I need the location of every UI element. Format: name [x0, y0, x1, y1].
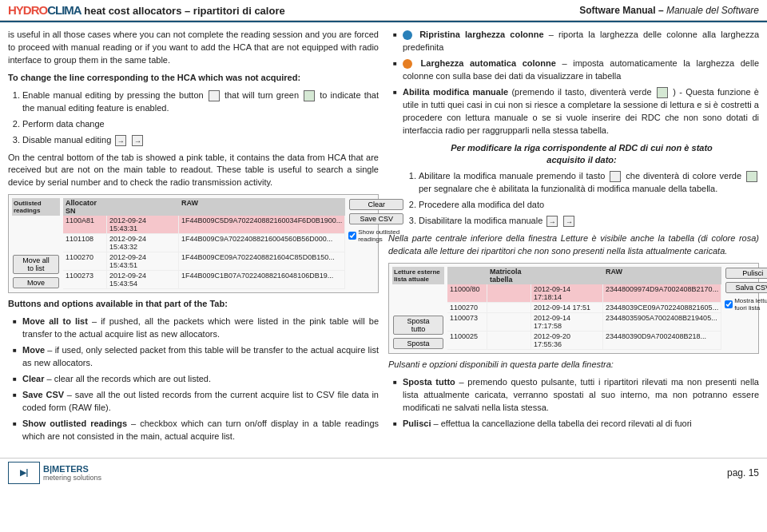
bullet-move-all-label: Move all to list	[22, 316, 88, 326]
screenshot-table-right: Letture esternelista attuale Spostatutto…	[388, 263, 759, 354]
step-3: Disable manual editing → →	[22, 134, 379, 147]
step3-text: Disable manual editing	[22, 135, 113, 145]
rrow3-raw: 23448035905A7002408B219405...	[603, 313, 721, 331]
row3-raw: 1F44B009CE09A7022408821604C85D0B150...	[179, 252, 345, 270]
sposta-tutto-label: Sposta tutto	[403, 377, 455, 387]
row3-sn: 1100270	[63, 252, 107, 270]
step1-text1: Enable manual editing by pressing the bu…	[22, 90, 207, 100]
rrow4-raw: 234480390D9A7002408B218...	[603, 332, 721, 349]
rstep1-text3: per segnalare che è abilitata la funzion…	[419, 184, 717, 193]
right-bottom-bullets: Sposta tutto – premendo questo pulsante,…	[393, 376, 759, 431]
manual-label-italic: Manuale del Software	[664, 5, 759, 16]
rrow3-mat	[487, 313, 531, 331]
right-step-2: Procedere alla modifica del dato	[419, 199, 759, 212]
bottom-para-right: Nella parte centrale inferiore della fin…	[388, 232, 759, 258]
rstep1-icon2	[746, 171, 757, 182]
rcol-raw: RAW	[603, 267, 721, 284]
bullet-savecsv-desc: – save all the out listed records from t…	[22, 390, 379, 412]
row4-sn: 1100273	[63, 271, 107, 288]
brand-name: HYDROCLIMA	[8, 3, 81, 17]
right-indented-block: Per modificare la riga corrispondente al…	[404, 142, 759, 228]
buttons-list: Move all to list – if pushed, all the pa…	[13, 316, 379, 443]
bullet-savecsv: Save CSV – save all the out listed recor…	[13, 389, 379, 415]
rstep3-text: Disabilitare la modifica manuale	[419, 216, 545, 225]
logo-b: ▶|	[20, 468, 29, 477]
bullet-show-label: Show outlisted readings	[22, 419, 127, 428]
mostra-checkbox[interactable]	[725, 300, 733, 308]
rcol-matricola: Matricolatabella	[487, 267, 531, 284]
screenshot-table-left: Outlistedreadings Move allto list Move A…	[8, 194, 379, 293]
green-box-right	[657, 87, 668, 98]
col-date	[107, 198, 179, 216]
row3-date: 2012-09-24 15:43:51	[107, 252, 179, 270]
logo-box: ▶|	[8, 462, 40, 484]
rstep1-text2: che diventerà di colore verde	[626, 171, 745, 181]
sposta-tutto-desc: – premendo questo pulsante, tutti i ripa…	[403, 377, 759, 412]
bullet-move-label: Move	[22, 345, 45, 355]
salva-csv-btn[interactable]: Salva CSV	[725, 282, 767, 293]
rstep2-text: Procedere alla modifica del dato	[419, 200, 544, 209]
sposta-btn[interactable]: Sposta	[393, 338, 443, 349]
sposta-tutto-btn[interactable]: Spostatutto	[393, 316, 443, 335]
intro-paragraph: is useful in all those cases where you c…	[8, 29, 379, 67]
move-btn[interactable]: Move	[13, 277, 59, 288]
ripristina-label: Ripristina larghezza colonne	[419, 30, 543, 39]
logo-metering: metering solutions	[43, 474, 101, 482]
page-footer: ▶| B|METERS metering solutions pag. 15	[0, 458, 767, 487]
rrow1-id: 11000/80	[447, 284, 487, 302]
main-content: is useful in all those cases where you c…	[0, 22, 767, 455]
footer-logo: ▶| B|METERS metering solutions	[8, 462, 101, 484]
bullet-sposta-tutto: Sposta tutto – premendo questo pulsante,…	[393, 376, 759, 415]
rrow3-date: 2012-09-14 17:17:58	[531, 313, 603, 331]
bullet-clear-desc: – clear all the records which are out li…	[45, 374, 212, 383]
rrow2-date: 2012-09-14 17:51	[531, 303, 603, 312]
header-left: HYDROCLIMA heat cost allocators – ripart…	[8, 3, 285, 17]
header-right: Software Manual – Manuale del Software	[579, 5, 759, 16]
show-outlisted-checkbox[interactable]	[348, 232, 356, 240]
change-line-label: To change the line corresponding to the …	[8, 72, 379, 85]
rrow1-raw: 23448009974D9A7002408B2170...	[603, 284, 721, 302]
buttons-title: Buttons and options available in that pa…	[8, 298, 379, 311]
bullet-abilita: Abilita modifica manuale (premendo il ta…	[393, 86, 759, 137]
bullet-savecsv-label: Save CSV	[22, 390, 64, 399]
header-subtitle: heat cost allocators – ripartitori di ca…	[81, 5, 285, 17]
logo-text-block: B|METERS metering solutions	[43, 464, 101, 482]
bottom-bullet-title-right: Pulsanti e opzioni disponibili in questa…	[388, 359, 759, 371]
rrow3-id: 1100073	[447, 313, 487, 331]
rrow1-date: 2012-09-14 17:18:14	[531, 284, 603, 302]
rstep1-text1: Abilitare la modifica manuale premendo i…	[419, 171, 608, 181]
bullet-move-desc: – if used, only selected packet from thi…	[22, 345, 379, 367]
pulisci-btn[interactable]: Pulisci	[725, 268, 767, 279]
orange-circle-icon	[403, 59, 412, 69]
row1-raw: 1F44B009C5D9A702240882160034F6D0B1900...	[179, 216, 345, 233]
page-number: pag. 15	[727, 467, 759, 478]
bullet-larghezza: Larghezza automatica colonne – imposta a…	[393, 58, 759, 83]
rcol-1	[447, 267, 487, 284]
bullet-pulisci: Pulisci – effettua la cancellazione dell…	[393, 418, 759, 431]
rrow1-mat	[487, 284, 531, 302]
rrow2-raw: 23448039CE09A7022408821605...	[603, 303, 721, 312]
right-step-1: Abilitare la modifica manuale premendo i…	[419, 170, 759, 196]
bullet-show: Show outlisted readings – checkbox which…	[13, 418, 379, 443]
step1-text2: that will turn green	[225, 90, 302, 100]
step2-text: Perform data change	[22, 119, 105, 129]
manual-label: Software Manual –	[579, 5, 663, 16]
blue-circle-icon	[403, 30, 412, 40]
move-all-btn[interactable]: Move allto list	[13, 255, 59, 274]
rrow4-id: 1100025	[447, 332, 487, 349]
pulisci-desc: – effettua la cancellazione della tabell…	[434, 419, 692, 428]
rstep1-icon1	[610, 171, 621, 182]
larghezza-label: Larghezza automatica colonne	[421, 58, 556, 68]
bullet-move-all: Move all to list – if pushed, all the pa…	[13, 316, 379, 341]
right-column: Ripristina larghezza colonne – riporta l…	[388, 29, 759, 448]
row1-sn: 1100A81	[63, 216, 107, 233]
left-column: is useful in all those cases where you c…	[8, 29, 379, 448]
right-step-3: Disabilitare la modifica manuale → →	[419, 215, 759, 228]
rrow2-mat	[487, 303, 531, 312]
rrow4-date: 2012-09-20 17:55:36	[531, 332, 603, 349]
bottom-intro-para: On the central bottom of the tab is show…	[8, 152, 379, 190]
rrow2-id: 1100270	[447, 303, 487, 312]
bullet-clear: Clear – clear all the records which are …	[13, 373, 379, 386]
button-icon-gray	[209, 90, 220, 101]
pulisci-label: Pulisci	[403, 419, 431, 428]
